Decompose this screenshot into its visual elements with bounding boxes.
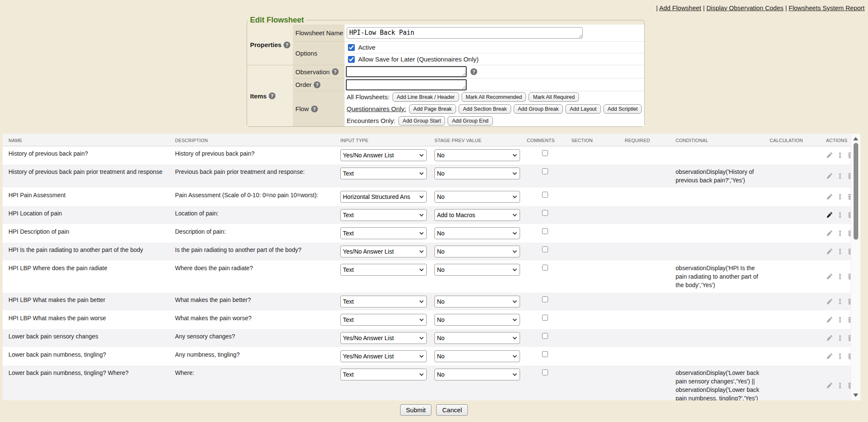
comments-checkbox[interactable] [542,246,548,252]
move-updown-icon[interactable] [837,152,843,159]
stage-prev-value-select[interactable]: Add to Macros [434,209,520,221]
stage-prev-value-select[interactable]: No [434,314,520,326]
help-icon[interactable]: ? [311,106,318,112]
trash-icon[interactable] [847,152,851,159]
help-icon[interactable]: ? [314,81,320,88]
trash-icon[interactable] [847,382,851,389]
trash-icon[interactable] [847,316,851,323]
help-icon[interactable]: ? [284,42,290,48]
submit-button[interactable]: Submit [400,404,432,416]
stage-prev-value-select[interactable]: No [434,168,520,179]
stage-prev-value-select[interactable]: No [434,191,520,203]
comments-checkbox[interactable] [542,296,548,302]
help-icon[interactable]: ? [332,68,339,75]
pencil-icon[interactable] [826,353,833,360]
scroll-up-icon[interactable] [853,137,858,140]
input-type-select[interactable]: Text [340,314,427,326]
pencil-icon[interactable] [826,298,833,305]
stage-prev-value-select[interactable]: No [434,332,520,344]
stage-prev-value-select[interactable]: No [434,296,520,307]
comments-checkbox[interactable] [542,150,548,156]
flow-action-button[interactable]: Add Group Start [398,116,445,126]
pencil-icon[interactable] [826,248,833,255]
input-type-select[interactable]: Yes/No Answer List [340,149,427,161]
pencil-icon[interactable] [826,230,833,237]
pencil-icon[interactable] [826,382,833,389]
stage-prev-value-select[interactable]: No [434,350,520,362]
scrollbar[interactable] [851,134,860,400]
comments-checkbox[interactable] [542,351,548,357]
stage-prev-value-select[interactable]: No [434,149,520,161]
flow-action-button[interactable]: Mark All Recommended [462,92,526,102]
flow-action-button[interactable]: Add Line Break / Header [392,92,459,102]
stage-prev-value-select[interactable]: No [434,246,520,257]
pencil-icon[interactable] [826,193,833,200]
flow-action-button[interactable]: Add Group Break [514,104,563,114]
flow-action-button[interactable]: Mark All Required [529,92,579,102]
move-updown-icon[interactable] [837,298,843,305]
help-icon[interactable]: ? [470,68,477,75]
help-icon[interactable]: ? [269,92,275,99]
flow-action-button[interactable]: Add Group End [448,116,492,126]
comments-checkbox[interactable] [542,210,548,216]
pencil-icon[interactable] [826,316,833,323]
flowsheet-name-input[interactable]: HPI-Low Back Pain [347,27,583,39]
trash-icon[interactable] [847,173,851,179]
pencil-icon[interactable] [826,273,833,280]
scroll-thumb[interactable] [854,143,858,240]
trash-icon[interactable] [847,273,851,280]
comments-checkbox[interactable] [542,228,548,234]
comments-checkbox[interactable] [542,315,548,321]
top-link[interactable]: Flowsheets System Report [789,4,865,11]
trash-icon[interactable] [847,298,851,305]
stage-prev-value-select[interactable]: No [434,227,520,239]
stage-prev-value-select[interactable]: No [434,369,520,380]
scroll-down-icon[interactable] [853,394,858,397]
input-type-select[interactable]: Text [340,369,427,380]
pencil-icon[interactable] [826,152,833,159]
trash-icon[interactable] [847,248,851,255]
move-updown-icon[interactable] [837,173,843,179]
move-updown-icon[interactable] [837,273,843,280]
trash-icon[interactable] [847,353,851,360]
option-checkbox[interactable] [348,44,355,51]
trash-icon[interactable] [847,230,851,237]
stage-prev-value-select[interactable]: No [434,264,520,276]
comments-checkbox[interactable] [542,265,548,271]
option-checkbox[interactable] [348,56,355,63]
move-updown-icon[interactable] [837,316,843,323]
top-link[interactable]: Add Flowsheet [659,4,701,11]
cancel-button[interactable]: Cancel [436,404,468,416]
move-updown-icon[interactable] [837,212,843,218]
input-type-select[interactable]: Yes/No Answer List [340,332,427,344]
move-updown-icon[interactable] [837,248,843,255]
move-updown-icon[interactable] [837,353,843,360]
input-type-select[interactable]: Text [340,168,427,179]
move-updown-icon[interactable] [837,230,843,237]
flow-action-button[interactable]: Add Page Break [409,104,456,114]
top-link[interactable]: Display Observation Codes [707,4,784,11]
input-type-select[interactable]: Horizontal Structured Ans [340,191,427,203]
flow-action-button[interactable]: Add Section Break [459,104,511,114]
comments-checkbox[interactable] [542,369,548,375]
input-type-select[interactable]: Text [340,296,427,307]
trash-icon[interactable] [847,193,851,200]
comments-checkbox[interactable] [542,333,548,339]
flow-action-button[interactable]: Add Layout [565,104,601,114]
input-type-select[interactable]: Text [340,227,427,239]
trash-icon[interactable] [847,335,851,341]
input-type-select[interactable]: Text [340,209,427,221]
pencil-icon[interactable] [826,335,833,341]
move-updown-icon[interactable] [837,382,843,389]
comments-checkbox[interactable] [542,192,548,198]
move-updown-icon[interactable] [837,335,843,341]
input-type-select[interactable]: Text [340,264,427,276]
move-updown-icon[interactable] [837,193,843,200]
input-type-select[interactable]: Yes/No Answer List [340,246,427,257]
comments-checkbox[interactable] [542,168,548,174]
order-input[interactable] [346,79,467,90]
flow-action-button[interactable]: Add Scriptlet [604,104,642,114]
trash-icon[interactable] [847,212,851,218]
pencil-icon[interactable] [826,212,833,218]
observation-input[interactable] [346,66,467,77]
